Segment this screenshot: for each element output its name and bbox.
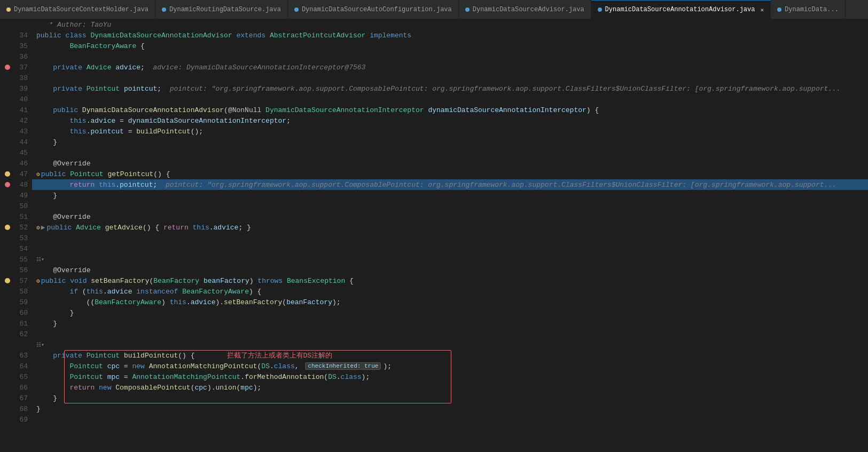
code-token (36, 64, 53, 72)
code-token: this (69, 128, 86, 136)
code-token: ; (157, 85, 169, 93)
tab-dot (598, 7, 602, 12)
code-token: extends (236, 31, 269, 39)
code-token (104, 170, 108, 178)
tab-DynamicRoutingDataSource[interactable]: DynamicRoutingDataSource.java (155, 0, 288, 19)
code-line (32, 73, 868, 83)
code-line: private Pointcut pointcut; pointcut: "or… (32, 83, 868, 94)
code-token: . (337, 373, 341, 381)
line-num: 64 (19, 362, 28, 370)
line-number-row: 38 (4, 73, 32, 83)
code-token: } (36, 405, 41, 413)
code-token: ). (216, 298, 224, 306)
code-line: public DynamicDataSourceAnnotationAdviso… (32, 105, 868, 115)
tab-DynamicDataSourceAdvisor[interactable]: DynamicDataSourceAdvisor.java (459, 0, 591, 19)
line-number-row: 62 (4, 329, 32, 339)
code-token: pointcut: "org.springframework.aop.suppo… (170, 85, 841, 93)
close-icon[interactable]: ✕ (760, 6, 764, 13)
code-token: Pointcut (69, 373, 103, 381)
code-line: if (this.advice instanceof BeanFactoryAw… (32, 286, 868, 297)
line-number-row: 55 (4, 254, 32, 265)
code-line: } (32, 403, 868, 414)
code-token: AnnotationMatchingPointcut (132, 373, 240, 381)
code-token: this (69, 117, 86, 125)
code-token: buildPointcut (124, 352, 178, 360)
code-token: private (53, 85, 86, 93)
code-token: private (53, 64, 86, 72)
line-number-row: 61 (4, 318, 32, 329)
line-number-row: 44 (4, 137, 32, 147)
code-token: pointcut (120, 181, 153, 189)
line-num: 59 (19, 298, 28, 306)
code-token (36, 106, 53, 114)
code-content[interactable]: * Author: TaoYu public class DynamicData… (32, 19, 868, 452)
line-number-row (4, 19, 32, 30)
code-token: } (36, 309, 74, 317)
tab-dot (465, 7, 470, 12)
code-token: public (41, 277, 71, 285)
code-token: ComposablePointcut (115, 384, 190, 392)
code-token: . (103, 288, 107, 296)
tab-label: DynamicRoutingDataSource.java (169, 6, 281, 13)
code-token: pointcut (90, 128, 123, 136)
code-token: . (186, 298, 191, 306)
tab-DynamicDataSourceContextHolder[interactable]: DynamicDataSourceContextHolder.java (0, 0, 155, 19)
code-token (103, 373, 107, 381)
line-num: 38 (19, 74, 28, 82)
code-token: this (99, 181, 115, 189)
tab-label: DynamicDataSourceAdvisor.java (473, 6, 584, 13)
line-number-row: 65 (4, 371, 32, 382)
code-line (32, 329, 868, 339)
code-line: @Override (32, 211, 868, 222)
code-token: mpc (107, 373, 120, 381)
code-line (32, 51, 868, 62)
code-token: ) { (587, 106, 599, 114)
code-token (36, 373, 69, 381)
line-num: 63 (19, 352, 28, 360)
code-token (36, 128, 69, 136)
fold-arrow: ▶ (41, 223, 45, 232)
line-number-row: 51 (4, 211, 32, 222)
code-line: BeanFactoryAware { (32, 41, 868, 51)
tab-DynamicDataSourceAutoConfiguration[interactable]: DynamicDataSourceAutoConfiguration.java (288, 0, 459, 19)
code-token: new (132, 362, 148, 370)
tab-label: DynamicDataSourceAutoConfiguration.java (302, 6, 452, 13)
line-num: 61 (19, 320, 28, 328)
line-num: 45 (19, 149, 28, 157)
code-token: ( (82, 288, 87, 296)
code-line: this.advice = dynamicDataSourceAnnotatio… (32, 115, 868, 126)
tab-DynamicData[interactable]: DynamicData... (771, 0, 846, 19)
tab-label: DynamicData... (785, 6, 839, 13)
code-token: AnnotationMatchingPointcut (149, 362, 257, 370)
code-token: ( (237, 384, 241, 392)
code-line: @Override (32, 265, 868, 275)
code-token: = (120, 373, 132, 381)
tab-DynamicDataSourceAnnotationAdvisor[interactable]: DynamicDataSourceAnnotationAdvisor.java … (591, 0, 771, 19)
code-line: } (32, 190, 868, 201)
code-line: return new ComposablePointcut(cpc).union… (32, 382, 868, 393)
code-token: advice (191, 298, 216, 306)
code-token: mpc (240, 384, 253, 392)
line-number-row: 36 (4, 51, 32, 62)
code-token: class (341, 373, 362, 381)
line-number-row: 53 (4, 233, 32, 243)
code-token: public (41, 170, 71, 178)
code-token: ) (249, 277, 258, 285)
code-line: ⚙public void setBeanFactory(BeanFactory … (32, 275, 868, 286)
code-line: this.pointcut = buildPointcut(); (32, 126, 868, 137)
line-num: 44 (19, 138, 28, 146)
line-number-row: 60 (4, 307, 32, 318)
code-token: . (87, 128, 91, 136)
code-token: cpc (195, 384, 207, 392)
line-num: 66 (19, 384, 28, 392)
line-number-row: 42 (4, 115, 32, 126)
line-num: 47 (19, 170, 28, 178)
code-token: advice (90, 117, 115, 125)
line-num: 58 (19, 288, 28, 296)
code-token: } (36, 192, 57, 200)
line-num: 52 (19, 224, 28, 232)
tab-dot (6, 7, 11, 12)
code-token: cpc (107, 362, 120, 370)
code-token: advice (115, 64, 140, 72)
code-token (111, 64, 115, 72)
